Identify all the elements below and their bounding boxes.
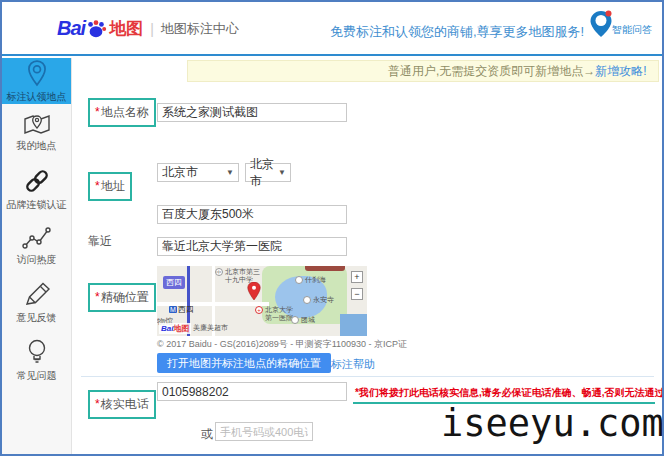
map-poi-lake-label: 什刹海 <box>295 276 326 284</box>
smart-qa-button[interactable]: 智能问答 <box>586 8 652 40</box>
my-places-icon <box>23 112 51 136</box>
hospital-name-line2: 第一医院 <box>265 314 293 321</box>
sidebar: 标注认领地点 我的地点 品牌连锁认证 <box>2 58 72 454</box>
logo-bai-text: Bai <box>57 17 85 40</box>
city-select-value: 北京市 <box>162 164 198 181</box>
pencil-icon <box>23 282 51 308</box>
sidebar-item-my-places[interactable]: 我的地点 <box>2 104 71 161</box>
alt-phone-input[interactable] <box>215 422 313 441</box>
poi-icon <box>303 296 311 304</box>
station-name: 西四 <box>178 304 194 315</box>
place-name-label: *地点名称 <box>88 98 156 127</box>
place-name-input[interactable] <box>157 103 347 122</box>
map-market-label: 美廉美超市 <box>193 324 228 332</box>
required-asterisk: * <box>95 105 100 119</box>
open-map-button[interactable]: 打开地图并标注地点的精确位置 <box>157 353 331 373</box>
map-copyright: © 2017 Baidu - GS(2016)2089号 - 甲测资字11009… <box>157 338 407 351</box>
sidebar-item-label: 常见问题 <box>17 369 57 383</box>
map-zoom-in-button[interactable]: + <box>351 271 363 283</box>
map-baidu-logo: Bai地图 <box>159 323 191 334</box>
poi-icon <box>295 276 303 284</box>
annotation-help-link[interactable]: 标注帮助 <box>331 357 375 372</box>
near-label: 靠近 <box>88 233 112 250</box>
site-title: 地图标注中心 <box>161 20 239 38</box>
trend-chart-icon <box>22 226 52 250</box>
poi-icon <box>291 316 299 324</box>
map-zoom-out-button[interactable]: − <box>351 288 363 300</box>
map-logo-map: 地图 <box>173 324 189 333</box>
poi-lake-text: 什刹海 <box>305 276 326 284</box>
sidebar-item-brand-chain[interactable]: 品牌连锁认证 <box>2 161 71 218</box>
main-content: 普通用户,无需提交资质即可新增地点→新增攻略! *地点名称 *地址 北京市▼ 北… <box>73 58 662 454</box>
required-asterisk: * <box>95 290 100 304</box>
verify-phone-input[interactable] <box>157 382 347 401</box>
sidebar-item-annotate-claim[interactable]: 标注认领地点 <box>2 58 71 104</box>
sidebar-item-feedback[interactable]: 意见反馈 <box>2 275 71 332</box>
map-metro-station: M西四 <box>169 304 194 315</box>
sidebar-item-label: 标注认领地点 <box>7 90 67 104</box>
paw-icon <box>85 19 107 39</box>
verify-phone-label-text: 核实电话 <box>101 397 149 411</box>
required-asterisk: * <box>95 397 100 411</box>
required-asterisk: * <box>95 179 100 193</box>
watermark: iseeyu.com <box>441 402 664 445</box>
baidu-map-logo[interactable]: Bai 地图 | 地图标注中心 <box>57 17 239 40</box>
map-logo-bai: Bai <box>161 324 173 333</box>
hospital-name-line1: 北京大学 <box>265 306 293 313</box>
metro-icon: M <box>169 306 177 313</box>
notice-text: 普通用户,无需提交资质即可新增地点→ <box>388 64 595 78</box>
sidebar-item-visit-heat[interactable]: 访问热度 <box>2 218 71 275</box>
notice-link[interactable]: 新增攻略! <box>595 64 646 78</box>
street-address-input[interactable] <box>157 205 347 224</box>
hospital-icon: + <box>255 306 263 314</box>
precise-location-label-text: 精确位置 <box>101 290 149 304</box>
map-poi-temple-label: 永安寺 <box>303 296 334 304</box>
map-preview[interactable]: 西四 M西四 物馆 中 北京市第三十九中学 + 北京大学第一医院 美廉美超市 什… <box>157 266 367 336</box>
city-select[interactable]: 北京市▼ <box>157 163 239 182</box>
school-icon: 中 <box>215 268 223 276</box>
header: Bai 地图 | 地图标注中心 免费标注和认领您的商铺,尊享更多地图服务! <box>2 2 662 56</box>
chevron-down-icon: ▼ <box>278 168 286 177</box>
qa-label: 智能问答 <box>612 23 652 37</box>
logo-divider: | <box>150 21 154 37</box>
map-water-corner <box>340 314 367 336</box>
place-name-label-text: 地点名称 <box>101 105 149 119</box>
sidebar-item-label: 品牌连锁认证 <box>7 198 67 212</box>
map-hospital-label: + 北京大学第一医院 <box>255 306 293 322</box>
baidu-map-annotation-page: Bai 地图 | 地图标注中心 免费标注和认领您的商铺,尊享更多地图服务! <box>0 0 664 456</box>
section-divider <box>81 376 654 377</box>
school-name-line1: 北京市第三 <box>225 268 260 275</box>
chain-link-icon <box>23 167 51 195</box>
district-select-value: 北京市 <box>250 156 274 190</box>
verify-phone-label: *核实电话 <box>88 390 156 419</box>
lightbulb-icon <box>25 338 49 366</box>
or-label: 或 <box>201 426 213 443</box>
address-label: *地址 <box>88 172 132 201</box>
map-pin-icon <box>24 59 50 87</box>
near-input[interactable] <box>157 237 347 256</box>
sidebar-item-label: 意见反馈 <box>17 311 57 325</box>
sidebar-item-label: 我的地点 <box>17 139 57 153</box>
sidebar-item-label: 访问热度 <box>17 253 57 267</box>
red-map-pin-icon <box>247 282 261 300</box>
precise-location-label: *精确位置 <box>88 283 156 312</box>
poi-wall-text: 团城 <box>301 316 315 324</box>
map-road-badge: 西四 <box>163 276 185 289</box>
poi-temple-text: 永安寺 <box>313 296 334 304</box>
map-road-label-fragment <box>305 266 345 271</box>
logo-map-text: 地图 <box>109 17 143 40</box>
sidebar-item-faq[interactable]: 常见问题 <box>2 332 71 389</box>
address-label-text: 地址 <box>101 179 125 193</box>
notice-bar: 普通用户,无需提交资质即可新增地点→新增攻略! <box>187 60 659 82</box>
chevron-down-icon: ▼ <box>226 168 234 177</box>
phone-warning-text: *我们将拨打此电话核实信息,请务必保证电话准确、畅通,否则无法通过审核! <box>355 386 664 400</box>
header-promo-text: 免费标注和认领您的商铺,尊享更多地图服务! <box>330 23 584 41</box>
district-select[interactable]: 北京市▼ <box>245 163 291 182</box>
map-poi-wall-label: 团城 <box>291 316 315 324</box>
